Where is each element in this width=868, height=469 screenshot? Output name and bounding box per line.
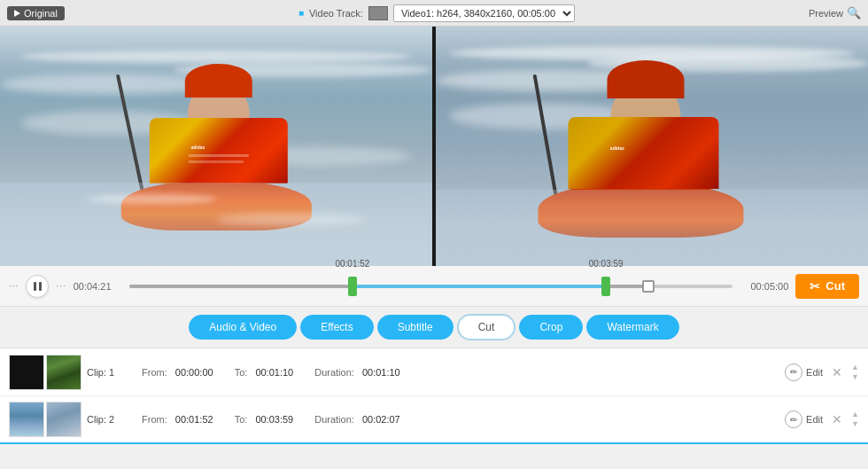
video-area: adidas <box>0 27 868 266</box>
track-select[interactable]: Video1: h264, 3840x2160, 00:05:00 <box>393 4 575 22</box>
clip-row-1: Clip: 1 From: 00:00:00 To: 00:01:10 Dura… <box>0 348 868 396</box>
header-left: Original <box>7 6 65 20</box>
clip-1-thumb-black <box>9 355 44 390</box>
clip-row-2: Clip: 2 From: 00:01:52 To: 00:03:59 Dura… <box>0 396 868 444</box>
helmet-r <box>607 60 684 99</box>
tab-cut[interactable]: Cut <box>457 314 516 340</box>
header-right: Preview 🔍 <box>809 6 861 20</box>
helmet <box>184 64 252 98</box>
cut-button[interactable]: ✂ Cut <box>795 274 859 299</box>
clip-2-to-label: To: <box>235 414 248 425</box>
tab-effects[interactable]: Effects <box>300 315 373 340</box>
clip-1-name: Clip: 1 <box>87 367 131 378</box>
body-r: adidas <box>568 117 718 189</box>
search-icon: 🔍 <box>847 6 861 20</box>
clip-1-from-field: From: 00:00:00 <box>142 367 213 378</box>
pencil-icon-1: ✏ <box>785 363 802 381</box>
adidas-stripe-2 <box>188 160 243 163</box>
header-bar: Original ■ Video Track: Video1: h264, 38… <box>0 0 868 27</box>
original-label: Original <box>24 8 58 19</box>
clip-2-from-field: From: 00:01:52 <box>142 414 213 425</box>
controls-bar: ··· ··· 00:04:21 00:01:52 00:03:59 00:05… <box>0 266 868 307</box>
timeline-handle-right[interactable]: 00:03:59 <box>601 277 610 296</box>
track-indicator-icon: ■ <box>298 8 304 18</box>
handle-right-label: 00:03:59 <box>589 259 624 269</box>
original-button[interactable]: Original <box>7 6 65 20</box>
clip-2-close-button[interactable]: ✕ <box>832 412 842 426</box>
clip-2-arrows: ▲ ▼ <box>851 410 859 428</box>
clip-1-dur-val: 00:01:10 <box>362 367 400 378</box>
clip-2-edit-button[interactable]: ✏ Edit <box>785 410 823 428</box>
clip-1-edit-button[interactable]: ✏ Edit <box>785 363 823 381</box>
clip-1-edit-label: Edit <box>806 367 823 378</box>
play-triangle-icon <box>14 10 20 17</box>
timeline-scrubber[interactable] <box>642 280 655 293</box>
clip-2-to-val: 00:03:59 <box>255 414 293 425</box>
video-overlay-left: adidas <box>0 27 432 266</box>
water-lower-r <box>436 190 868 266</box>
tab-bar: Audio & Video Effects Subtitle Cut Crop … <box>0 307 868 348</box>
tab-crop[interactable]: Crop <box>519 315 583 340</box>
current-time-display: 00:04:21 <box>74 281 122 292</box>
clip-1-dur-field: Duration: 00:01:10 <box>314 367 400 378</box>
video-panel-right: adidas <box>436 27 868 266</box>
track-thumbnail <box>368 6 388 20</box>
clip-2-name: Clip: 2 <box>87 414 131 425</box>
clip-1-from-val: 00:00:00 <box>175 367 213 378</box>
clip-2-from-val: 00:01:52 <box>175 414 213 425</box>
clip-1-thumbs <box>9 355 81 390</box>
video-panel-left: adidas <box>0 27 432 266</box>
clip-1-arrow-up[interactable]: ▲ <box>851 363 859 371</box>
end-time-display: 00:05:00 <box>740 281 788 292</box>
clip-2-info: Clip: 2 From: 00:01:52 To: 00:03:59 Dura… <box>87 414 779 425</box>
clip-2-arrow-up[interactable]: ▲ <box>851 410 859 418</box>
timeline-handle-left[interactable]: 00:01:52 <box>348 277 357 296</box>
clip-1-arrow-down[interactable]: ▼ <box>851 373 859 381</box>
adidas-stripe-1 <box>188 154 248 157</box>
tab-audio-video[interactable]: Audio & Video <box>189 315 297 340</box>
video-track-label: Video Track: <box>309 8 363 19</box>
body: adidas <box>150 118 288 184</box>
header-center: ■ Video Track: Video1: h264, 3840x2160, … <box>298 4 575 22</box>
adidas-text: adidas <box>191 145 205 150</box>
foam-low-1 <box>87 194 216 204</box>
scrubber-thumb <box>642 280 655 293</box>
clip-2-dur-label: Duration: <box>314 414 354 425</box>
pause-button[interactable] <box>26 275 49 298</box>
clip-1-arrows: ▲ ▼ <box>851 363 859 381</box>
handle-left-label: 00:01:52 <box>335 259 369 269</box>
timeline-range <box>353 285 606 288</box>
clip-1-thumb-canyon <box>46 355 81 390</box>
adidas-text-r: adidas <box>610 145 624 151</box>
foam-low-2 <box>216 214 368 226</box>
drag-handle-right: ··· <box>56 281 66 291</box>
clip-1-to-val: 00:01:10 <box>255 367 293 378</box>
tab-watermark[interactable]: Watermark <box>586 315 678 340</box>
clip-2-from-label: From: <box>142 414 167 425</box>
pause-bar-1 <box>34 282 36 291</box>
clip-1-close-button[interactable]: ✕ <box>832 365 842 379</box>
clip-2-thumbs <box>9 402 81 437</box>
pause-icon <box>34 282 42 291</box>
preview-label: Preview <box>809 8 843 19</box>
cut-label: Cut <box>825 279 845 293</box>
timeline-track[interactable]: 00:01:52 00:03:59 <box>129 285 733 288</box>
clip-2-arrow-down[interactable]: ▼ <box>851 420 859 428</box>
clip-2-thumb-2 <box>46 402 81 437</box>
timeline-wrapper[interactable]: 00:01:52 00:03:59 <box>129 277 733 295</box>
video-overlay-right: adidas <box>436 27 868 266</box>
clip-1-to-field: To: 00:01:10 <box>235 367 294 378</box>
pause-bar-2 <box>39 282 42 291</box>
clip-1-dur-label: Duration: <box>314 367 354 378</box>
clips-area: Clip: 1 From: 00:00:00 To: 00:01:10 Dura… <box>0 348 868 444</box>
clip-2-edit-label: Edit <box>806 414 823 425</box>
preview-button[interactable]: Preview 🔍 <box>809 6 861 20</box>
clip-2-to-field: To: 00:03:59 <box>235 414 294 425</box>
tab-subtitle[interactable]: Subtitle <box>377 315 453 340</box>
clip-2-dur-field: Duration: 00:02:07 <box>314 414 400 425</box>
water-lower <box>0 183 432 267</box>
pencil-icon-2: ✏ <box>785 410 802 428</box>
clip-1-to-label: To: <box>235 367 248 378</box>
scissors-icon: ✂ <box>810 279 820 293</box>
clip-1-info: Clip: 1 From: 00:00:00 To: 00:01:10 Dura… <box>87 367 779 378</box>
